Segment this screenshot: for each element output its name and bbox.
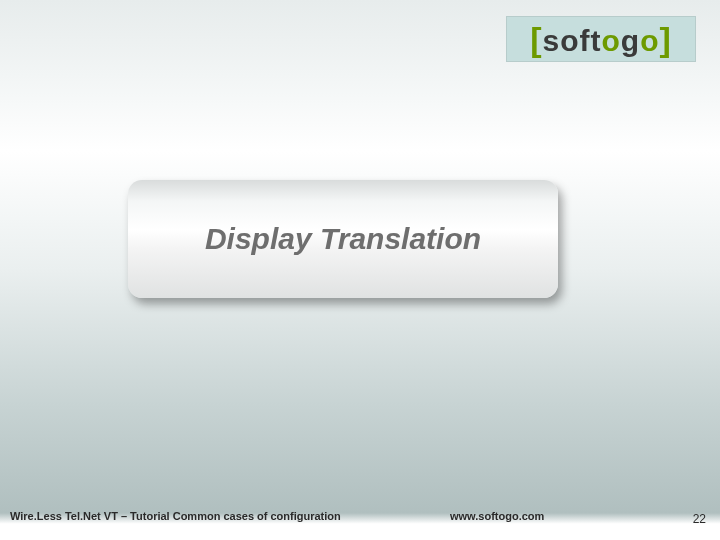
logo-part-o1: o <box>602 24 621 58</box>
title-text: Display Translation <box>205 222 481 256</box>
slide: [ soft o g o ] Display Translation Wire.… <box>0 0 720 540</box>
logo: [ soft o g o ] <box>506 16 696 62</box>
logo-part-g: g <box>621 24 640 58</box>
logo-part-o2: o <box>640 24 659 58</box>
logo-bracket-close: ] <box>659 20 671 59</box>
footer: Wire.Less Tel.Net VT – Tutorial Common c… <box>0 502 720 532</box>
title-card: Display Translation <box>128 180 558 298</box>
footer-left: Wire.Less Tel.Net VT – Tutorial Common c… <box>10 510 341 522</box>
logo-bracket-open: [ <box>530 20 542 59</box>
footer-page-number: 22 <box>693 512 706 526</box>
logo-text: [ soft o g o ] <box>530 20 672 59</box>
logo-part-soft: soft <box>543 24 602 58</box>
footer-url: www.softogo.com <box>450 510 544 522</box>
